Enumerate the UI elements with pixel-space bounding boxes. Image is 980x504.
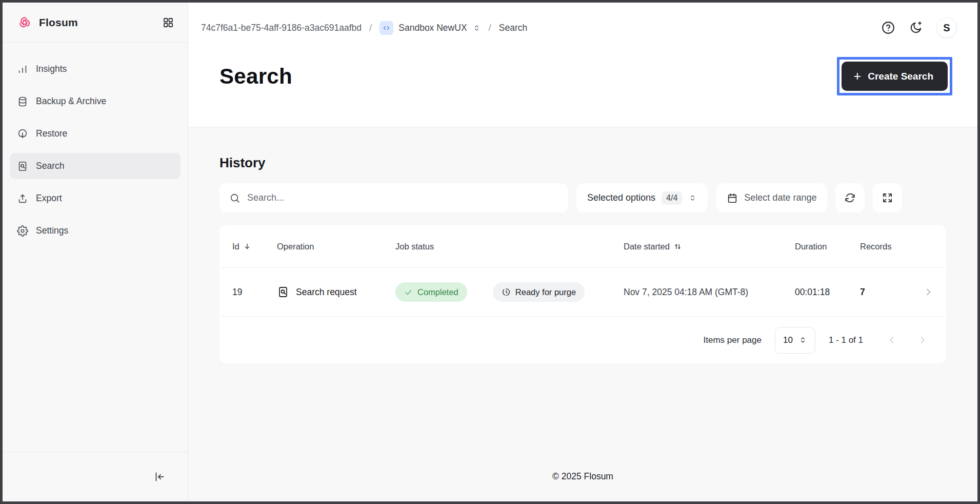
content-area: History Selected options 4/4 Select date… <box>188 127 977 501</box>
sidebar-nav: Insights Backup & Archive Restore Search… <box>3 43 188 452</box>
history-search-input[interactable] <box>247 192 558 203</box>
calendar-icon <box>727 192 738 204</box>
page-size-value: 10 <box>783 335 793 345</box>
clock-icon <box>502 287 511 297</box>
check-icon <box>404 288 413 297</box>
breadcrumb-separator: / <box>369 22 372 33</box>
selected-options-label: Selected options <box>587 192 655 203</box>
expand-fullscreen-button[interactable] <box>873 183 902 212</box>
sidebar-item-restore[interactable]: Restore <box>10 121 181 147</box>
sidebar-footer <box>3 452 188 501</box>
items-per-page-label: Items per page <box>704 335 762 345</box>
table-row[interactable]: 19 Search request Completed <box>219 268 946 317</box>
export-icon <box>17 193 28 204</box>
bar-chart-icon <box>17 64 28 75</box>
page-head-row: Search + Create Search <box>219 57 952 95</box>
column-header-duration: Duration <box>795 242 860 251</box>
dark-mode-moon-icon[interactable] <box>909 21 923 35</box>
refresh-icon <box>844 192 856 204</box>
sidebar-item-export[interactable]: Export <box>10 185 181 211</box>
expand-icon <box>882 192 893 204</box>
cell-date-started: Nov 7, 2025 04:18 AM (GMT-8) <box>624 287 795 298</box>
sidebar-collapse-icon[interactable] <box>153 470 166 483</box>
gear-icon <box>17 225 28 237</box>
history-title: History <box>219 155 946 171</box>
environment-selector[interactable]: Sandbox NewUX <box>379 21 481 35</box>
plus-icon: + <box>854 70 862 83</box>
column-label: Id <box>232 242 239 251</box>
app-grid-icon[interactable] <box>162 16 174 29</box>
breadcrumb: 74c7f6a1-be75-4aff-9186-a3ac691aafbd / S… <box>201 21 527 35</box>
pagination-range-text: 1 - 1 of 1 <box>829 335 863 345</box>
sidebar-item-backup-archive[interactable]: Backup & Archive <box>10 88 181 114</box>
column-header-operation: Operation <box>277 242 395 251</box>
column-label: Date started <box>624 242 670 251</box>
purge-status-label: Ready for purge <box>515 287 576 297</box>
pagination-prev-icon[interactable] <box>884 335 901 345</box>
main-area: 74c7f6a1-be75-4aff-9186-a3ac691aafbd / S… <box>188 3 977 501</box>
column-header-date-started[interactable]: Date started <box>624 242 795 251</box>
column-label: Records <box>860 242 891 251</box>
search-document-icon <box>277 286 289 298</box>
breadcrumb-org-id[interactable]: 74c7f6a1-be75-4aff-9186-a3ac691aafbd <box>201 23 362 33</box>
code-brackets-icon <box>379 21 393 35</box>
row-chevron-right-icon[interactable] <box>913 287 933 297</box>
search-document-icon <box>17 161 28 172</box>
chevron-updown-icon <box>472 24 481 32</box>
database-icon <box>17 96 28 107</box>
sort-updown-icon <box>673 242 682 251</box>
selected-options-dropdown[interactable]: Selected options 4/4 <box>576 183 708 212</box>
chevron-updown-icon <box>688 193 697 202</box>
status-label: Completed <box>417 287 458 297</box>
cell-records: 7 <box>860 287 913 298</box>
create-search-highlight-frame: + Create Search <box>837 57 952 95</box>
chevron-updown-icon <box>798 336 807 344</box>
brand-name: Flosum <box>39 16 155 29</box>
create-search-label: Create Search <box>868 71 933 82</box>
cell-operation: Search request <box>277 286 395 298</box>
help-icon[interactable] <box>881 21 895 35</box>
column-label: Duration <box>795 242 827 251</box>
refresh-button[interactable] <box>835 183 865 212</box>
status-badge-completed: Completed <box>395 282 467 302</box>
date-range-label: Select date range <box>744 192 816 203</box>
history-search-box <box>219 183 568 212</box>
sidebar-item-insights[interactable]: Insights <box>10 56 181 82</box>
status-badge-ready-for-purge: Ready for purge <box>493 282 585 302</box>
sidebar-item-label: Search <box>36 161 64 171</box>
sidebar-item-label: Restore <box>36 128 67 139</box>
column-label: Job status <box>395 242 434 251</box>
page-header-section: 74c7f6a1-be75-4aff-9186-a3ac691aafbd / S… <box>188 3 977 127</box>
search-icon <box>229 192 241 204</box>
filters-row: Selected options 4/4 Select date range <box>219 183 946 212</box>
sidebar-header: Flosum <box>3 3 188 43</box>
restore-icon <box>17 128 28 140</box>
column-header-id[interactable]: Id <box>232 242 277 251</box>
column-label: Operation <box>277 242 314 251</box>
cell-duration: 00:01:18 <box>795 287 860 298</box>
column-header-records: Records <box>860 242 913 251</box>
create-search-button[interactable]: + Create Search <box>842 62 948 91</box>
pagination-row: Items per page 10 1 - 1 of 1 <box>219 317 946 363</box>
sidebar: Flosum Insights Backup & Archive Restor <box>3 3 188 501</box>
breadcrumb-separator: / <box>489 22 491 33</box>
avatar-initial: S <box>943 22 950 34</box>
sidebar-item-label: Backup & Archive <box>36 96 106 107</box>
topbar: 74c7f6a1-be75-4aff-9186-a3ac691aafbd / S… <box>201 17 957 38</box>
copyright-footer: © 2025 Flosum <box>219 471 946 501</box>
sort-down-icon <box>243 242 251 250</box>
sidebar-item-search[interactable]: Search <box>10 153 181 179</box>
column-header-job-status: Job status <box>395 242 624 251</box>
page-title: Search <box>219 64 292 89</box>
flosum-logo-icon <box>17 15 32 30</box>
operation-label: Search request <box>296 287 357 298</box>
sidebar-item-settings[interactable]: Settings <box>10 218 181 244</box>
select-date-range-button[interactable]: Select date range <box>716 183 827 212</box>
pagination-next-icon[interactable] <box>914 335 931 345</box>
page-size-select[interactable]: 10 <box>775 327 815 354</box>
selected-options-count-badge: 4/4 <box>662 191 682 205</box>
user-avatar[interactable]: S <box>936 17 957 38</box>
table-header-row: Id Operation Job status Date started Dur… <box>219 225 946 268</box>
cell-id: 19 <box>232 287 277 298</box>
sidebar-item-label: Insights <box>36 64 67 74</box>
